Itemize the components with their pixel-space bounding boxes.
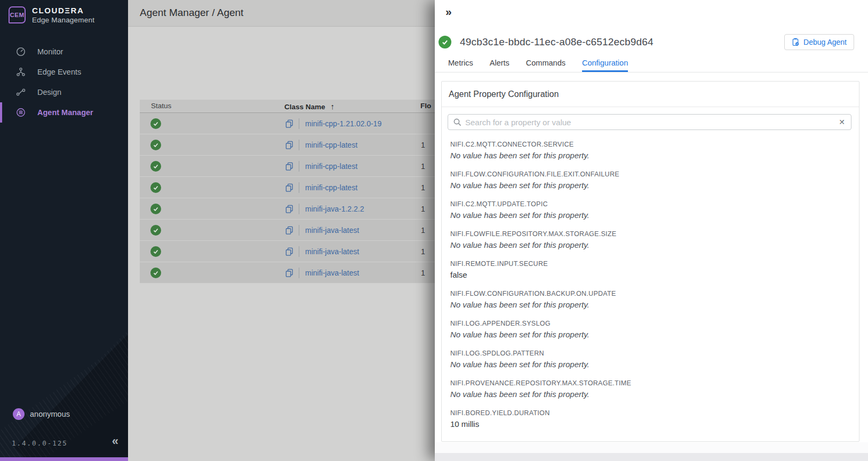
table-row[interactable]: minifi-cpp-latest 1	[140, 156, 451, 177]
divider	[299, 161, 299, 172]
copy-icon[interactable]	[285, 162, 293, 171]
divider	[299, 268, 299, 278]
class-name-link[interactable]: minifi-java-latest	[305, 247, 359, 256]
class-name-link[interactable]: minifi-java-latest	[305, 269, 359, 277]
property-item: NIFI.LOG.APPENDER.SYSLOG No value has be…	[450, 320, 851, 339]
flows-count: 1	[421, 141, 425, 149]
status-ok-icon	[150, 161, 161, 172]
hierarchy-icon	[16, 67, 26, 77]
copy-icon[interactable]	[285, 141, 293, 149]
status-ok-icon	[150, 182, 161, 193]
divider	[299, 225, 299, 236]
agent-icon	[16, 108, 26, 117]
sidebar-item-design[interactable]: Design	[0, 82, 128, 102]
property-search: ✕	[448, 114, 851, 130]
status-ok-icon	[150, 118, 161, 129]
table-row[interactable]: minifi-java-latest 1	[140, 262, 451, 284]
panel-footer-strip	[435, 453, 868, 461]
tab-configuration[interactable]: Configuration	[582, 55, 628, 72]
panel-background	[435, 442, 868, 453]
property-name: NIFI.BORED.YIELD.DURATION	[450, 409, 851, 417]
flow-icon	[16, 87, 26, 97]
class-name-link[interactable]: minifi-cpp-latest	[305, 183, 357, 192]
property-name: NIFI.PROVENANCE.REPOSITORY.MAX.STORAGE.T…	[450, 379, 851, 387]
sidebar-item-label: Monitor	[37, 47, 63, 56]
copy-icon[interactable]	[285, 226, 293, 234]
property-item: NIFI.FLOW.CONFIGURATION.BACKUP.ON.UPDATE…	[450, 290, 851, 310]
agent-id: 49cb3c1e-bbdc-11ec-a08e-c6512ecb9d64	[460, 36, 784, 48]
class-name-link[interactable]: minifi-java-1.2.2.2	[305, 205, 364, 213]
table-row[interactable]: minifi-java-latest 1	[140, 220, 451, 241]
property-name: NIFI.FLOW.CONFIGURATION.FILE.EXIT.ONFAIL…	[450, 171, 851, 178]
property-item: NIFI.REMOTE.INPUT.SECURE false	[450, 260, 851, 280]
status-ok-icon	[150, 268, 161, 278]
property-value: No value has been set for this property.	[450, 390, 851, 399]
copy-icon[interactable]	[285, 269, 293, 277]
flows-count: 1	[421, 183, 425, 192]
property-name: NIFI.LOG.APPENDER.SYSLOG	[450, 320, 851, 327]
property-value: No value has been set for this property.	[450, 181, 851, 190]
class-name-link[interactable]: minifi-cpp-latest	[305, 162, 357, 171]
close-panel-icon[interactable]: »	[445, 5, 452, 18]
agent-status-ok-icon	[439, 36, 451, 48]
property-search-input[interactable]	[465, 118, 833, 127]
property-name: NIFI.C2.MQTT.CONNECTOR.SERVICE	[450, 141, 851, 148]
sidebar-item-label: Edge Events	[37, 68, 81, 76]
property-item: NIFI.C2.MQTT.CONNECTOR.SERVICE No value …	[450, 141, 851, 160]
property-name: NIFI.LOG.SPDLOG.PATTERN	[450, 350, 851, 357]
property-item: NIFI.FLOW.CONFIGURATION.FILE.EXIT.ONFAIL…	[450, 171, 851, 190]
column-status[interactable]: Status	[151, 102, 171, 110]
property-value: No value has been set for this property.	[450, 151, 851, 160]
debug-agent-button[interactable]: Debug Agent	[784, 34, 854, 50]
column-class-name[interactable]: Class Name↑	[284, 102, 335, 111]
sidebar-item-label: Design	[37, 88, 61, 96]
search-icon	[453, 118, 462, 127]
table-row[interactable]: minifi-cpp-1.21.02.0-19	[140, 113, 451, 134]
class-name-link[interactable]: minifi-java-latest	[305, 226, 359, 234]
sidebar-item-monitor[interactable]: Monitor	[0, 42, 128, 62]
flows-count: 1	[421, 247, 425, 256]
property-value: No value has been set for this property.	[450, 330, 851, 339]
divider	[299, 182, 299, 193]
property-name: NIFI.REMOTE.INPUT.SECURE	[450, 260, 851, 268]
flows-count: 1	[421, 162, 425, 171]
table-row[interactable]: minifi-cpp-latest 1	[140, 134, 451, 156]
table-row[interactable]: minifi-cpp-latest 1	[140, 177, 451, 198]
property-value: false	[450, 270, 851, 280]
agent-detail-panel: » 49cb3c1e-bbdc-11ec-a08e-c6512ecb9d64 D…	[435, 0, 868, 461]
property-name: NIFI.FLOW.CONFIGURATION.BACKUP.ON.UPDATE	[450, 290, 851, 297]
user-menu[interactable]: A anonymous	[13, 408, 70, 420]
sort-asc-icon[interactable]: ↑	[331, 102, 335, 111]
copy-icon[interactable]	[285, 205, 293, 213]
cem-app: CEM CLOUDΞRA Edge Management Monitor Edg…	[0, 0, 868, 461]
sidebar-nav: Monitor Edge Events Design Agent Manager	[0, 42, 128, 123]
brand-subtitle: Edge Management	[32, 16, 94, 24]
property-name: NIFI.C2.MQTT.UPDATE.TOPIC	[450, 200, 851, 208]
status-ok-icon	[150, 225, 161, 236]
table-header: Status Class Name↑ Flo	[140, 100, 451, 113]
tab-metrics[interactable]: Metrics	[448, 55, 473, 72]
sidebar-item-edge-events[interactable]: Edge Events	[0, 62, 128, 82]
class-name-link[interactable]: minifi-cpp-1.21.02.0-19	[305, 119, 381, 128]
tab-alerts[interactable]: Alerts	[490, 55, 509, 72]
agent-title-row: 49cb3c1e-bbdc-11ec-a08e-c6512ecb9d64 Deb…	[439, 34, 854, 50]
property-name: NIFI.FLOWFILE.REPOSITORY.MAX.STORAGE.SIZ…	[450, 230, 851, 238]
collapse-sidebar-icon[interactable]: «	[112, 434, 118, 448]
table-row[interactable]: minifi-java-latest 1	[140, 241, 451, 262]
copy-icon[interactable]	[285, 183, 293, 192]
table-row[interactable]: minifi-java-1.2.2.2 1	[140, 198, 451, 220]
clear-search-icon[interactable]: ✕	[839, 118, 845, 126]
column-flows[interactable]: Flo	[420, 102, 431, 110]
tab-commands[interactable]: Commands	[526, 55, 566, 72]
property-value: No value has been set for this property.	[450, 300, 851, 310]
divider	[299, 246, 299, 257]
property-value: No value has been set for this property.	[450, 360, 851, 369]
class-name-link[interactable]: minifi-cpp-latest	[305, 141, 357, 149]
copy-icon[interactable]	[285, 247, 293, 256]
sidebar-item-agent-manager[interactable]: Agent Manager	[0, 102, 128, 123]
card-header: Agent Property Configuration	[442, 82, 859, 107]
sidebar: CEM CLOUDΞRA Edge Management Monitor Edg…	[0, 0, 128, 461]
copy-icon[interactable]	[285, 119, 293, 128]
cem-logo: CEM	[9, 6, 26, 23]
brand[interactable]: CEM CLOUDΞRA Edge Management	[9, 6, 94, 24]
